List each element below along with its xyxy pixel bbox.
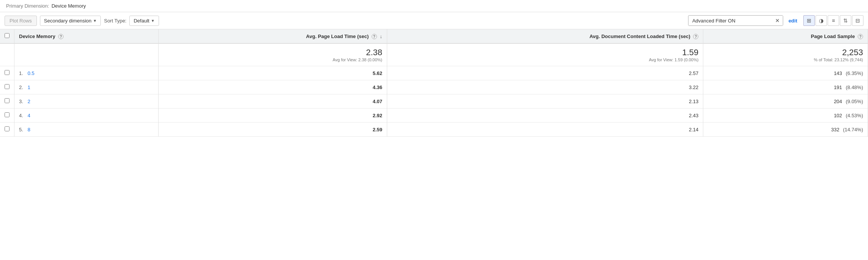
row-metric2-cell: 2.43 xyxy=(387,108,703,123)
row-metric1-cell: 2.59 xyxy=(158,123,387,137)
summary-dimension-cell xyxy=(14,43,159,66)
row-metric3-cell: 102 (4.53%) xyxy=(703,108,868,123)
sort-type-value: Default xyxy=(134,18,149,24)
row-dimension-link[interactable]: 0.5 xyxy=(27,70,34,76)
data-table: Device Memory ? Avg. Page Load Time (sec… xyxy=(0,29,868,137)
row-metric2-value: 3.22 xyxy=(689,85,698,90)
metric2-help-icon[interactable]: ? xyxy=(693,34,698,39)
row-dimension-cell: 4. 4 xyxy=(14,108,159,123)
row-metric1-value: 2.92 xyxy=(163,113,382,118)
metric3-help-icon[interactable]: ? xyxy=(858,34,863,39)
row-metric2-value: 2.14 xyxy=(689,127,698,132)
row-metric1-cell: 5.62 xyxy=(158,66,387,80)
row-dimension-link[interactable]: 4 xyxy=(27,113,30,118)
select-all-checkbox[interactable] xyxy=(5,33,10,38)
row-dimension-link[interactable]: 1 xyxy=(27,85,30,90)
row-metric1-cell: 2.92 xyxy=(158,108,387,123)
row-metric3-pct: (9.05%) xyxy=(846,99,863,104)
table-row: 1. 0.5 5.62 2.57 143 (6.35%) xyxy=(0,66,868,80)
primary-dimension-value: Device Memory xyxy=(51,3,86,9)
row-dimension-link[interactable]: 8 xyxy=(27,127,30,132)
primary-dimension-label: Primary Dimension: xyxy=(6,3,49,9)
row-checkbox-cell xyxy=(0,80,14,94)
row-metric3-value: 191 xyxy=(834,85,842,90)
table-row: 4. 4 2.92 2.43 102 (4.53%) xyxy=(0,108,868,123)
row-number: 2. xyxy=(19,85,23,90)
row-checkbox-cell xyxy=(0,108,14,123)
row-checkbox-cell xyxy=(0,94,14,108)
sort-type-dropdown[interactable]: Default ▼ xyxy=(129,16,159,26)
summary-checkbox-cell xyxy=(0,43,14,66)
metric3-column-header: Page Load Sample ? xyxy=(703,29,868,43)
row-checkbox-4[interactable] xyxy=(5,126,10,131)
row-metric1-value: 4.07 xyxy=(163,99,382,104)
row-metric3-cell: 191 (8.48%) xyxy=(703,80,868,94)
table-header-row: Device Memory ? Avg. Page Load Time (sec… xyxy=(0,29,868,43)
metric2-column-header: Avg. Document Content Loaded Time (sec) … xyxy=(387,29,703,43)
row-checkbox-3[interactable] xyxy=(5,112,10,117)
row-metric3-value: 143 xyxy=(834,70,842,76)
row-metric3-pct: (14.74%) xyxy=(843,127,863,132)
view-bar-button[interactable]: ≡ xyxy=(828,15,839,26)
row-metric2-cell: 2.14 xyxy=(387,123,703,137)
table-row: 3. 2 4.07 2.13 204 (9.05%) xyxy=(0,94,868,108)
row-number: 1. xyxy=(19,70,23,76)
row-checkbox-0[interactable] xyxy=(5,70,10,75)
dimension-help-icon[interactable]: ? xyxy=(58,34,64,39)
metric1-sort-arrow[interactable]: ↓ xyxy=(380,33,383,39)
view-pivot-button[interactable]: ⊟ xyxy=(852,15,863,26)
view-icons-group: ⊞ ◑ ≡ ⇅ ⊟ xyxy=(803,15,863,26)
row-checkbox-2[interactable] xyxy=(5,98,10,103)
advanced-filter-input[interactable] xyxy=(688,16,772,26)
row-dimension-cell: 2. 1 xyxy=(14,80,159,94)
table-row: 5. 8 2.59 2.14 332 (14.74%) xyxy=(0,123,868,137)
row-metric3-value: 332 xyxy=(831,127,839,132)
dimension-column-header: Device Memory ? xyxy=(14,29,159,43)
view-pie-button[interactable]: ◑ xyxy=(816,15,827,26)
summary-metric2-value: 1.59 xyxy=(392,48,698,57)
view-table-button[interactable]: ⊞ xyxy=(803,15,815,26)
row-metric1-value: 2.59 xyxy=(163,127,382,132)
plot-rows-button[interactable]: Plot Rows xyxy=(5,16,37,26)
row-metric2-value: 2.43 xyxy=(689,113,698,118)
summary-metric3-sub: % of Total: 23.12% (9,744) xyxy=(708,57,863,62)
toolbar: Plot Rows Secondary dimension ▼ Sort Typ… xyxy=(0,12,868,29)
summary-metric1-sub: Avg for View: 2.38 (0.00%) xyxy=(163,57,382,62)
summary-metric2-sub: Avg for View: 1.59 (0.00%) xyxy=(392,57,698,62)
summary-metric3-value: 2,253 xyxy=(708,48,863,57)
row-metric1-value: 4.36 xyxy=(163,85,382,90)
row-dimension-cell: 3. 2 xyxy=(14,94,159,108)
row-metric3-cell: 332 (14.74%) xyxy=(703,123,868,137)
primary-dimension-bar: Primary Dimension: Device Memory xyxy=(0,0,868,12)
advanced-filter-clear-button[interactable]: ✕ xyxy=(772,16,783,26)
secondary-dimension-dropdown[interactable]: Secondary dimension ▼ xyxy=(40,16,101,26)
row-metric3-pct: (8.48%) xyxy=(846,85,863,90)
row-metric1-cell: 4.36 xyxy=(158,80,387,94)
row-dimension-cell: 1. 0.5 xyxy=(14,66,159,80)
advanced-filter-box: ✕ xyxy=(688,15,783,26)
row-checkbox-1[interactable] xyxy=(5,84,10,89)
view-compare-button[interactable]: ⇅ xyxy=(840,15,851,26)
row-metric2-value: 2.13 xyxy=(689,99,698,104)
row-metric2-cell: 3.22 xyxy=(387,80,703,94)
row-metric1-cell: 4.07 xyxy=(158,94,387,108)
row-number: 5. xyxy=(19,127,23,132)
summary-metric2-cell: 1.59 Avg for View: 1.59 (0.00%) xyxy=(387,43,703,66)
row-dimension-cell: 5. 8 xyxy=(14,123,159,137)
checkbox-header xyxy=(0,29,14,43)
summary-metric1-cell: 2.38 Avg for View: 2.38 (0.00%) xyxy=(158,43,387,66)
row-dimension-link[interactable]: 2 xyxy=(27,99,30,104)
summary-row: 2.38 Avg for View: 2.38 (0.00%) 1.59 Avg… xyxy=(0,43,868,66)
edit-filter-link[interactable]: edit xyxy=(789,18,797,24)
metric1-help-icon[interactable]: ? xyxy=(372,34,377,39)
row-metric3-cell: 143 (6.35%) xyxy=(703,66,868,80)
row-number: 3. xyxy=(19,99,23,104)
row-metric2-value: 2.57 xyxy=(689,70,698,76)
row-metric3-pct: (4.53%) xyxy=(846,113,863,118)
row-metric2-cell: 2.13 xyxy=(387,94,703,108)
row-metric3-cell: 204 (9.05%) xyxy=(703,94,868,108)
summary-metric3-cell: 2,253 % of Total: 23.12% (9,744) xyxy=(703,43,868,66)
row-metric3-pct: (6.35%) xyxy=(846,70,863,76)
row-metric1-value: 5.62 xyxy=(163,70,382,76)
secondary-dimension-label: Secondary dimension xyxy=(44,18,92,24)
